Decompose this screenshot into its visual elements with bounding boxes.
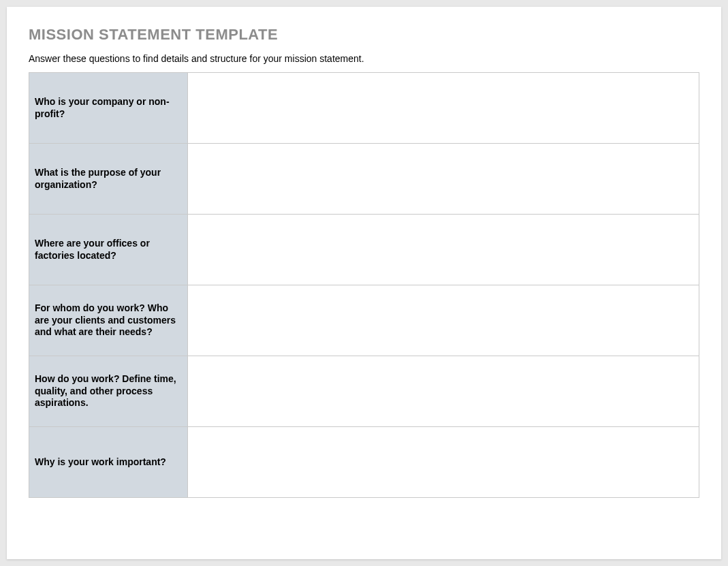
answer-cell[interactable] bbox=[188, 285, 699, 356]
table-row: How do you work? Define time, quality, a… bbox=[29, 356, 699, 427]
table-row: Where are your offices or factories loca… bbox=[29, 215, 699, 285]
answer-cell[interactable] bbox=[188, 427, 699, 498]
table-row: What is the purpose of your organization… bbox=[29, 144, 699, 215]
answer-cell[interactable] bbox=[188, 73, 699, 144]
table-row: Who is your company or non-profit? bbox=[29, 73, 699, 144]
answer-cell[interactable] bbox=[188, 356, 699, 427]
answer-cell[interactable] bbox=[188, 215, 699, 285]
question-cell: Why is your work important? bbox=[29, 427, 188, 498]
answer-cell[interactable] bbox=[188, 144, 699, 215]
page-title: MISSION STATEMENT TEMPLATE bbox=[29, 26, 699, 44]
question-cell: What is the purpose of your organization… bbox=[29, 144, 188, 215]
questions-table: Who is your company or non-profit? What … bbox=[29, 72, 699, 498]
page-subtitle: Answer these questions to find details a… bbox=[29, 53, 699, 64]
question-cell: Where are your offices or factories loca… bbox=[29, 215, 188, 285]
question-cell: How do you work? Define time, quality, a… bbox=[29, 356, 188, 427]
document-page: MISSION STATEMENT TEMPLATE Answer these … bbox=[7, 7, 721, 559]
question-cell: Who is your company or non-profit? bbox=[29, 73, 188, 144]
question-cell: For whom do you work? Who are your clien… bbox=[29, 285, 188, 356]
table-row: For whom do you work? Who are your clien… bbox=[29, 285, 699, 356]
table-row: Why is your work important? bbox=[29, 427, 699, 498]
